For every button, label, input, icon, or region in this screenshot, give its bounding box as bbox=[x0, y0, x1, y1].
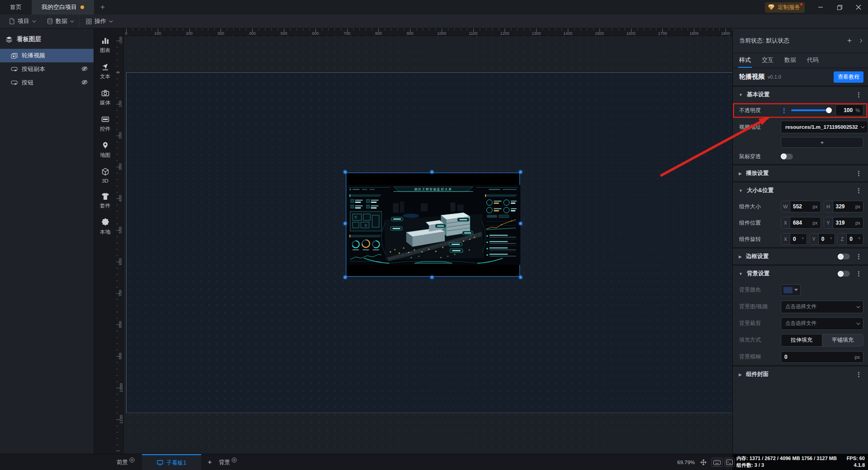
expand-states-button[interactable] bbox=[859, 39, 862, 42]
resize-handle-w[interactable] bbox=[344, 222, 347, 225]
section-play-settings[interactable]: ▶ 播放设置 ⋮ bbox=[733, 164, 868, 181]
section-basic-settings[interactable]: ▼ 基本设置 ⋮ bbox=[733, 85, 868, 103]
fill-stretch-option[interactable]: 拉伸填充 bbox=[781, 334, 822, 346]
tutorial-button[interactable]: 查看教程 bbox=[834, 71, 863, 83]
fill-tile-option[interactable]: 平铺填充 bbox=[822, 334, 863, 346]
plus-circle-icon[interactable] bbox=[231, 457, 237, 463]
toolbar-item-3d[interactable]: 3D bbox=[101, 168, 109, 183]
rotate-y-input[interactable]: Y0° bbox=[809, 233, 835, 245]
opacity-options-icon[interactable]: ⋮ bbox=[781, 107, 788, 114]
layer-item-button-copy[interactable]: 按钮副本 bbox=[0, 62, 94, 76]
kebab-menu-icon[interactable]: ⋮ bbox=[855, 170, 862, 177]
width-input[interactable]: W552px bbox=[781, 201, 821, 212]
caret-down-icon bbox=[794, 289, 798, 291]
menu-data[interactable]: 数据 bbox=[41, 14, 80, 28]
kebab-menu-icon[interactable]: ⋮ bbox=[855, 371, 862, 378]
resize-handle-ne[interactable] bbox=[519, 170, 522, 174]
resize-handle-sw[interactable] bbox=[344, 276, 347, 279]
horizontal-ruler: 0100200300400500600700800900100011001200… bbox=[124, 28, 732, 36]
background-color-picker[interactable] bbox=[781, 284, 801, 296]
custom-service-badge[interactable]: 定制服务 bbox=[765, 2, 805, 13]
kebab-menu-icon[interactable]: ⋮ bbox=[855, 91, 862, 98]
mouse-through-row: 鼠标穿透 bbox=[733, 149, 868, 164]
visibility-off-icon[interactable] bbox=[81, 80, 88, 86]
window-close-button[interactable] bbox=[849, 0, 868, 14]
kebab-menu-icon[interactable]: ⋮ bbox=[855, 270, 862, 277]
resize-handle-n[interactable] bbox=[430, 170, 434, 174]
section-background-settings[interactable]: ▼ 背景设置 ⋮ bbox=[733, 264, 868, 282]
add-state-button[interactable]: + bbox=[847, 36, 852, 45]
selected-video-component[interactable]: 园区工程智能监控大屏 bbox=[346, 173, 520, 277]
window-minimize-button[interactable] bbox=[811, 0, 830, 14]
foreground-button[interactable]: 前景 bbox=[117, 454, 135, 470]
add-video-button[interactable]: + bbox=[781, 137, 863, 148]
plus-circle-icon[interactable] bbox=[129, 457, 135, 463]
fps-value: 60 bbox=[859, 456, 865, 461]
layer-item-carousel-video[interactable]: 轮播视频 bbox=[0, 49, 94, 62]
menu-project[interactable]: 项目 bbox=[3, 14, 42, 28]
video-url-select[interactable]: resources/1.m_171195002532 bbox=[781, 121, 868, 133]
x-input[interactable]: X684px bbox=[781, 217, 821, 229]
section-component-cover[interactable]: ▶ 组件封面 ⋮ bbox=[733, 365, 868, 382]
control-panel-icon bbox=[101, 115, 109, 123]
grid-icon bbox=[86, 19, 92, 24]
rotate-x-input[interactable]: X0° bbox=[781, 233, 807, 245]
height-input[interactable]: H329px bbox=[824, 201, 864, 212]
tab-project[interactable]: 我的空白项目 bbox=[32, 0, 94, 14]
components-count-value: 3 / 3 bbox=[755, 462, 764, 468]
opacity-slider[interactable] bbox=[791, 109, 831, 111]
fit-view-icon bbox=[700, 459, 707, 466]
tab-project-label: 我的空白项目 bbox=[42, 3, 77, 11]
system-info-panel: 内存: 1371 / 2672 / 4096 MB 1756 / 3127 MB… bbox=[733, 454, 868, 470]
map-pin-icon bbox=[101, 141, 109, 150]
mouse-through-toggle[interactable] bbox=[781, 154, 793, 160]
visibility-off-icon[interactable] bbox=[81, 66, 88, 73]
background-crop-select[interactable]: 点击选择文件 bbox=[781, 317, 863, 330]
toolbar-item-charts[interactable]: 图表 bbox=[100, 37, 110, 54]
canvas-area[interactable]: 0100200300400500600700800900100011001200… bbox=[116, 28, 732, 454]
y-input[interactable]: Y319px bbox=[824, 217, 864, 229]
background-blur-row: 背景模糊 0 px bbox=[733, 348, 868, 365]
tab-data[interactable]: 数据 bbox=[784, 56, 796, 68]
zoom-percentage[interactable]: 69.79% bbox=[677, 454, 695, 470]
resize-handle-se[interactable] bbox=[519, 276, 522, 279]
component-toolbar: 图表 文本 媒体 控件 地图 3D 套件 本地 bbox=[94, 28, 116, 454]
toolbar-item-widgets[interactable]: 控件 bbox=[100, 115, 110, 132]
resize-handle-e[interactable] bbox=[519, 222, 522, 225]
toolbar-item-media[interactable]: 媒体 bbox=[100, 89, 110, 106]
fit-view-button[interactable] bbox=[700, 458, 707, 467]
menu-operation[interactable]: 操作 bbox=[80, 14, 118, 28]
toolbar-item-text[interactable]: 文本 bbox=[100, 63, 110, 80]
kebab-menu-icon[interactable]: ⋮ bbox=[855, 187, 862, 194]
canvas-body[interactable]: 园区工程智能监控大屏 bbox=[124, 36, 732, 454]
resize-handle-s[interactable] bbox=[430, 276, 434, 279]
section-border-settings[interactable]: ▶ 边框设置 ⋮ bbox=[733, 247, 868, 264]
tab-interaction[interactable]: 交互 bbox=[762, 56, 774, 68]
rotate-z-input[interactable]: Z0° bbox=[837, 233, 863, 245]
toolbar-item-kit[interactable]: 套件 bbox=[100, 193, 110, 209]
background-board-button[interactable]: 背景 bbox=[219, 454, 237, 470]
tab-home[interactable]: 首页 bbox=[0, 0, 32, 14]
background-blur-input[interactable]: 0 px bbox=[781, 351, 863, 363]
components-count-label: 组件数: bbox=[736, 462, 753, 468]
file-icon bbox=[9, 18, 15, 24]
subboard-tab[interactable]: 子看板1 bbox=[142, 454, 201, 470]
shortcut-keys-button[interactable] bbox=[712, 458, 722, 467]
toolbar-item-map[interactable]: 地图 bbox=[100, 141, 110, 159]
layer-item-button[interactable]: 按钮 bbox=[0, 76, 94, 89]
add-board-button[interactable]: + bbox=[204, 454, 215, 470]
section-size-position[interactable]: ▼ 大小&位置 ⋮ bbox=[733, 181, 868, 198]
background-image-select[interactable]: 点击选择文件 bbox=[781, 301, 863, 313]
opacity-input[interactable]: 100 % bbox=[835, 104, 863, 116]
window-maximize-button[interactable] bbox=[830, 0, 849, 14]
tab-code[interactable]: 代码 bbox=[807, 56, 819, 68]
background-toggle[interactable] bbox=[838, 271, 850, 277]
resize-handle-nw[interactable] bbox=[344, 170, 347, 174]
kebab-menu-icon[interactable]: ⋮ bbox=[855, 253, 862, 260]
console-button[interactable] bbox=[724, 458, 735, 467]
toolbar-item-local[interactable]: 本地 bbox=[100, 218, 110, 235]
border-toggle[interactable] bbox=[838, 254, 850, 259]
tab-style[interactable]: 样式 bbox=[739, 56, 751, 68]
new-tab-button[interactable]: + bbox=[94, 0, 111, 14]
slider-thumb[interactable] bbox=[826, 108, 832, 113]
